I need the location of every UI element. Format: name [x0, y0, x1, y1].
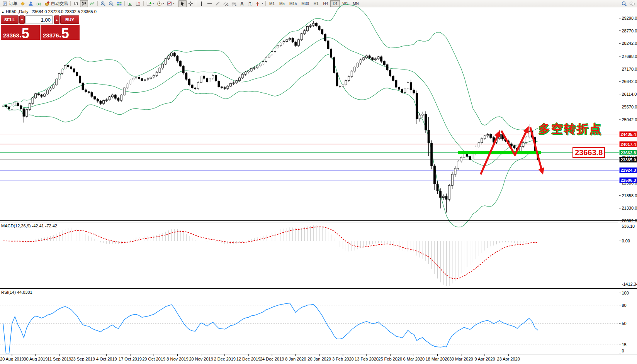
- price-tick-label: 28242.0: [622, 41, 637, 46]
- price-tick-label: 21330.0: [622, 206, 637, 210]
- rsi-axis-label: 50: [622, 321, 627, 326]
- date-tick-label: 6 Mar 2020: [403, 357, 425, 361]
- level-axis-label: 22924.3: [621, 168, 636, 173]
- chart-symbol-label: HK50-,Daily: [6, 9, 29, 14]
- price-tick-label: 28770.0: [622, 29, 637, 33]
- bollinger-lower-band: [3, 54, 538, 227]
- collapse-triangle-icon[interactable]: ▲: [2, 10, 4, 13]
- volume-input[interactable]: [25, 15, 53, 24]
- buy-button[interactable]: BUY: [60, 15, 79, 24]
- price-tick-label: 26114.0: [622, 92, 637, 97]
- bid-fraction: 5: [22, 28, 29, 39]
- date-tick-label: 4 Oct 2019: [96, 357, 117, 361]
- level-axis-label: 22506.3: [621, 178, 636, 183]
- date-tick-label: 11 Sep 2019: [48, 357, 71, 361]
- green-zone-bar[interactable]: [458, 151, 541, 154]
- rsi-axis-label: 15: [622, 342, 627, 347]
- chart-title: ▲ HK50-,Daily 23684.0 23723.0 23302.5 23…: [2, 9, 97, 14]
- date-tick-label: 23 Apr 2020: [497, 357, 520, 361]
- date-tick-label: 8 Jan 2020: [285, 357, 306, 361]
- date-tick-label: 17 Oct 2019: [119, 357, 142, 361]
- one-click-trading-panel: SELL ▼ ▲ BUY 23363 . 5 23376 . 5: [1, 15, 80, 40]
- date-tick-label: 20 Jan 2020: [307, 357, 331, 361]
- sell-button[interactable]: SELL: [1, 15, 19, 24]
- chart-ohlc-values: 23684.0 23723.0 23302.5 23365.0: [32, 9, 97, 14]
- date-tick-label: 3 Feb 2020: [332, 357, 354, 361]
- price-tick-label: 25570.0: [622, 105, 637, 109]
- rsi-axis-label: 80: [622, 303, 627, 308]
- date-tick-label: 30 Mar 2020: [449, 357, 473, 361]
- ask-fraction: 5: [61, 28, 69, 39]
- price-tick-label: 27170.0: [622, 67, 637, 71]
- price-axis[interactable]: 29298.028770.028242.027698.027170.026642…: [619, 8, 637, 354]
- bid-integer: 23363: [3, 32, 19, 39]
- level-axis-label: 24435.4: [621, 132, 637, 137]
- level-axis-label: 24017.4: [621, 142, 637, 147]
- macd-pane: [3, 225, 538, 286]
- date-tick-label: 30 Aug 2019: [24, 357, 48, 361]
- ask-integer: 23376: [43, 32, 59, 39]
- rsi-line: [3, 303, 538, 354]
- chart-canvas[interactable]: 29298.028770.028242.027698.027170.026642…: [0, 0, 637, 364]
- date-tick-label: 29 Oct 2019: [142, 357, 165, 361]
- volume-increase-button[interactable]: ▲: [54, 15, 59, 24]
- price-tick-label: 20802.0: [622, 218, 637, 223]
- date-tick-label: 9 Apr 2020: [474, 357, 495, 361]
- rsi-axis-label: 100: [622, 291, 629, 295]
- level-axis-label: 23663.8: [621, 151, 636, 155]
- level-axis-label: 23365.0: [621, 157, 636, 162]
- macd-indicator-label: MACD(12,26,9) -42.41 -72.42: [1, 223, 57, 228]
- ask-price-box[interactable]: 23376 . 5: [41, 25, 80, 40]
- date-tick-label: 18 Mar 2020: [426, 357, 450, 361]
- price-box-annotation: 23663.8: [572, 147, 605, 158]
- volume-decrease-button[interactable]: ▼: [19, 15, 25, 24]
- macd-axis-label: -1412.34: [622, 282, 637, 286]
- rsi-indicator-label: RSI(14) 44.0301: [1, 290, 32, 295]
- bid-price-box[interactable]: 23363 . 5: [1, 25, 40, 40]
- main-price-pane: [0, 4, 619, 227]
- macd-signal-line: [3, 227, 538, 279]
- bollinger-upper-band: [3, 4, 538, 130]
- price-tick-label: 29298.0: [622, 16, 637, 20]
- rsi-axis-label: 0: [622, 349, 624, 353]
- trading-terminal-window: 订单自动交易▾▾▾EFAT▾M1M5M15M30H1H4D1W1MN 29298…: [0, 0, 637, 364]
- candlesticks: [2, 21, 539, 212]
- bollinger-middle-band: [3, 38, 538, 166]
- date-tick-label: 8 Nov 2019: [166, 357, 188, 361]
- date-tick-label: 25 Feb 2020: [378, 357, 402, 361]
- date-tick-label: 20 Nov 2019: [189, 357, 213, 361]
- date-axis[interactable]: 20 Aug 201930 Aug 201911 Sep 201923 Sep …: [0, 354, 520, 362]
- price-tick-label: 25042.0: [622, 117, 637, 122]
- date-tick-label: 20 Aug 2019: [0, 357, 24, 361]
- price-tick-label: 27698.0: [622, 54, 637, 59]
- price-tick-label: 26642.0: [622, 79, 637, 84]
- macd-axis-label: 536.18: [622, 224, 635, 229]
- rsi-pane: [0, 303, 619, 354]
- date-tick-label: 24 Dec 2019: [260, 357, 284, 361]
- date-tick-label: 2 Dec 2019: [214, 357, 236, 361]
- macd-axis-label: 0.00: [622, 239, 630, 243]
- price-tick-label: 21858.0: [622, 193, 637, 198]
- turning-point-annotation: 多空转折点: [538, 121, 602, 137]
- date-tick-label: 13 Feb 2020: [355, 357, 379, 361]
- date-tick-label: 23 Sep 2019: [71, 357, 95, 361]
- date-tick-label: 12 Dec 2019: [236, 357, 260, 361]
